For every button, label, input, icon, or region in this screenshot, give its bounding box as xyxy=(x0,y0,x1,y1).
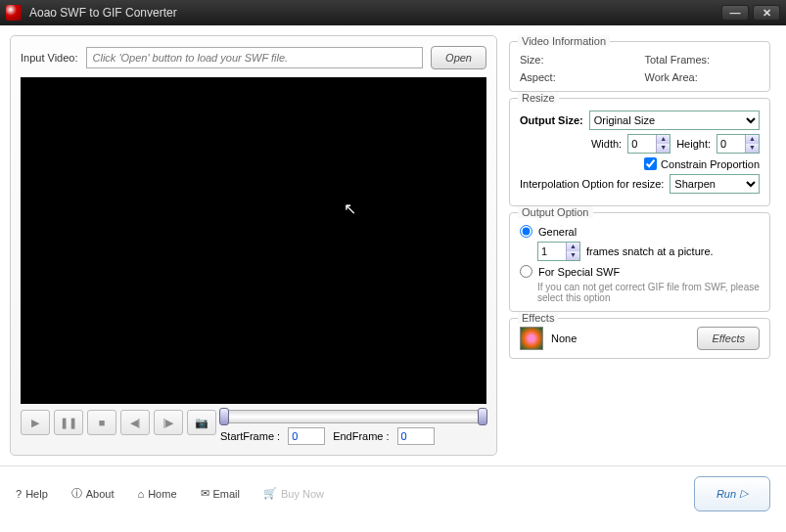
width-input[interactable] xyxy=(628,135,656,153)
email-icon: ✉ xyxy=(201,487,209,500)
end-frame-input[interactable] xyxy=(397,427,435,445)
video-info-group: Video Information Size: Total Frames: As… xyxy=(509,41,770,92)
close-button[interactable]: ✕ xyxy=(753,5,780,21)
title-bar: Aoao SWF to GIF Converter — ✕ xyxy=(0,0,786,25)
input-video-field[interactable] xyxy=(86,47,424,68)
size-label: Size: xyxy=(520,54,635,66)
height-input[interactable] xyxy=(717,135,745,153)
frames-text: frames snatch at a picture. xyxy=(586,245,714,257)
output-legend: Output Option xyxy=(518,206,593,218)
start-frame-input[interactable] xyxy=(288,427,325,445)
interp-select[interactable]: Sharpen xyxy=(670,174,760,194)
snapshot-button[interactable]: 📷 xyxy=(187,410,216,435)
frames-up[interactable]: ▲ xyxy=(567,243,579,251)
footer: ?Help ⓘAbout ⌂Home ✉Email 🛒Buy Now Run▷ xyxy=(0,466,786,520)
frames-spinner[interactable]: ▲▼ xyxy=(537,242,580,261)
slider-thumb-start[interactable] xyxy=(219,408,229,425)
width-up[interactable]: ▲ xyxy=(657,135,670,144)
video-info-legend: Video Information xyxy=(518,35,610,47)
stop-button[interactable]: ■ xyxy=(87,410,116,435)
video-preview: ↖ xyxy=(21,77,486,404)
effect-value: None xyxy=(551,332,689,344)
open-button[interactable]: Open xyxy=(431,46,486,69)
cart-icon: 🛒 xyxy=(263,487,277,500)
resize-group: Resize Output Size: Original Size Width:… xyxy=(509,98,770,206)
frames-down[interactable]: ▼ xyxy=(567,251,579,260)
height-spinner[interactable]: ▲▼ xyxy=(717,134,760,154)
help-link[interactable]: ?Help xyxy=(16,486,48,501)
range-slider[interactable] xyxy=(220,410,486,423)
height-up[interactable]: ▲ xyxy=(746,135,759,144)
prev-frame-button[interactable]: ◀| xyxy=(120,410,150,435)
play-button[interactable]: ▶ xyxy=(21,410,50,435)
next-frame-button[interactable]: |▶ xyxy=(154,410,183,435)
app-icon xyxy=(6,5,22,21)
width-down[interactable]: ▼ xyxy=(657,144,670,153)
start-frame-label: StartFrame : xyxy=(220,430,280,442)
help-icon: ? xyxy=(16,488,22,500)
about-link[interactable]: ⓘAbout xyxy=(71,486,115,501)
frames-input[interactable] xyxy=(538,243,566,260)
cursor-icon: ↖ xyxy=(344,200,356,218)
pause-button[interactable]: ❚❚ xyxy=(54,410,83,435)
output-size-select[interactable]: Original Size xyxy=(589,111,760,130)
effects-button[interactable]: Effects xyxy=(697,327,760,350)
output-option-group: Output Option General ▲▼ frames snatch a… xyxy=(509,212,770,312)
buy-link[interactable]: 🛒Buy Now xyxy=(263,486,324,501)
aspect-label: Aspect: xyxy=(520,71,635,83)
resize-legend: Resize xyxy=(518,92,559,104)
effects-legend: Effects xyxy=(518,312,558,324)
minimize-button[interactable]: — xyxy=(721,5,749,21)
constrain-checkbox[interactable]: Constrain Proportion xyxy=(644,157,760,170)
left-panel: Input Video: Open ↖ ▶ ❚❚ ■ ◀| |▶ 📷 Start… xyxy=(10,35,497,456)
app-title: Aoao SWF to GIF Converter xyxy=(29,6,721,20)
general-radio-input[interactable] xyxy=(520,225,532,238)
constrain-checkbox-input[interactable] xyxy=(644,157,657,170)
width-label: Width: xyxy=(591,138,622,150)
slider-thumb-end[interactable] xyxy=(478,408,487,425)
input-video-label: Input Video: xyxy=(21,52,78,64)
work-area-label: Work Area: xyxy=(645,71,761,83)
run-button[interactable]: Run▷ xyxy=(694,476,770,511)
general-radio[interactable]: General xyxy=(520,225,760,238)
about-icon: ⓘ xyxy=(71,486,82,501)
email-link[interactable]: ✉Email xyxy=(201,486,241,501)
height-down[interactable]: ▼ xyxy=(746,144,759,153)
home-link[interactable]: ⌂Home xyxy=(138,486,177,501)
total-frames-label: Total Frames: xyxy=(645,54,761,66)
home-icon: ⌂ xyxy=(138,488,145,500)
special-radio-input[interactable] xyxy=(520,265,532,278)
right-panel: Video Information Size: Total Frames: As… xyxy=(503,35,776,456)
effect-thumbnail xyxy=(520,327,543,350)
interp-label: Interpolation Option for resize: xyxy=(520,178,664,190)
width-spinner[interactable]: ▲▼ xyxy=(627,134,670,154)
special-radio[interactable]: For Special SWF xyxy=(520,265,760,278)
run-arrow-icon: ▷ xyxy=(740,487,748,500)
effects-group: Effects None Effects xyxy=(509,318,770,359)
special-hint: If you can not get correct GIF file from… xyxy=(537,282,760,303)
output-size-label: Output Size: xyxy=(520,114,583,126)
end-frame-label: EndFrame : xyxy=(333,430,389,442)
height-label: Height: xyxy=(676,138,711,150)
